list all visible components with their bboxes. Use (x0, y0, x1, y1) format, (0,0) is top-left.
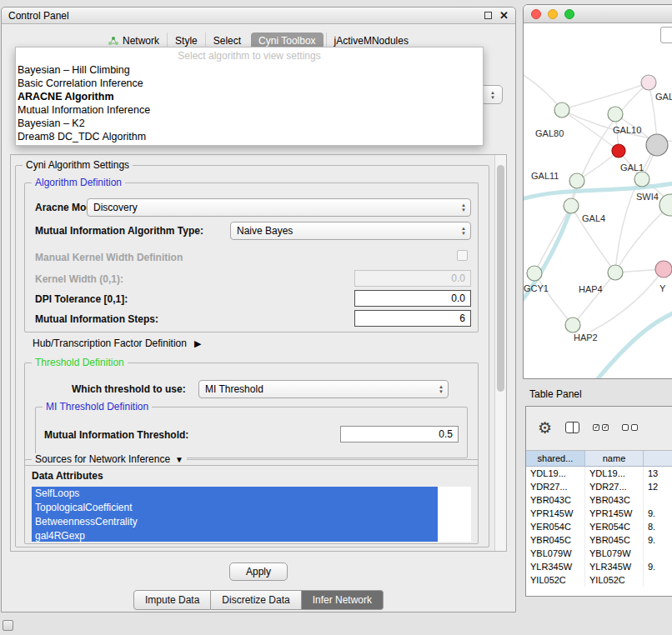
network-node[interactable] (608, 265, 623, 280)
tab-infer-network[interactable]: Infer Network (302, 590, 384, 610)
network-node[interactable] (569, 173, 584, 188)
network-edge (534, 273, 573, 325)
attribute-item[interactable]: SelfLoops (32, 487, 438, 501)
table-cell: YIL052C (585, 573, 644, 587)
table-panel-title: Table Panel (529, 388, 582, 400)
node-label: GAL80 (535, 128, 564, 138)
mac-minimize-button[interactable] (548, 9, 558, 19)
table-row[interactable]: YDR27...YDR27...12 (526, 480, 672, 493)
mi-type-combo[interactable]: Naive Bayes (230, 222, 471, 240)
network-overview-box[interactable] (660, 27, 672, 43)
gear-icon[interactable]: ⚙ (538, 420, 552, 436)
network-node[interactable] (641, 75, 656, 90)
attribute-item[interactable]: gal4RGexp (32, 529, 438, 542)
attribute-item[interactable]: BetweennessCentrality (32, 515, 438, 529)
algorithm-option[interactable]: Mutual Information Inference (16, 103, 483, 117)
table-row[interactable]: YBL079WYBL079W (526, 547, 672, 560)
sources-group-title[interactable]: Sources for Network Inference (32, 453, 187, 465)
table-cell: 13 (644, 467, 672, 480)
tab-discretize-data[interactable]: Discretize Data (211, 590, 301, 610)
kernel-width-field[interactable] (354, 270, 471, 287)
network-node[interactable] (554, 102, 569, 118)
columns-icon[interactable] (565, 422, 579, 433)
node-label: GAL1 (620, 162, 644, 172)
deselect-all-columns-icon[interactable] (622, 424, 638, 431)
which-threshold-combo[interactable]: MI Threshold (198, 380, 449, 398)
manual-kernel-checkbox[interactable] (457, 250, 468, 261)
node-label: Y (659, 283, 666, 293)
hub-definition-toggle[interactable]: Hub/Transcription Factor Definition (33, 338, 201, 349)
network-graph[interactable]: GALGAL80GAL10GAL11GAL1SWI4GAL4GCY1HAP4YH… (524, 23, 672, 379)
network-edge (573, 272, 615, 325)
table-cell: YBR045C (585, 533, 644, 547)
network-node[interactable] (634, 172, 649, 187)
window-title: Control Panel (8, 10, 69, 22)
aracne-mode-combo[interactable]: Discovery (87, 198, 471, 217)
network-node[interactable] (612, 144, 625, 158)
algorithm-option[interactable]: ARACNE Algorithm (16, 90, 483, 103)
column-header-name[interactable]: name (585, 451, 644, 466)
select-all-columns-icon[interactable] (593, 424, 609, 431)
scrollbar-thumb[interactable] (497, 165, 504, 392)
dpi-tolerance-label: DPI Tolerance [0,1]: (35, 293, 128, 305)
window-controls: ✕ (484, 10, 509, 21)
table-row[interactable]: YBR043CYBR043C (526, 493, 672, 507)
algorithm-option[interactable]: Dream8 DC_TDC Algorithm (16, 130, 483, 143)
table-cell: YLR345W (526, 560, 585, 573)
algorithm-combo-fragment[interactable] (483, 85, 503, 104)
network-node[interactable] (655, 261, 672, 278)
combo-arrows-icon (490, 90, 495, 100)
algorithm-option[interactable]: Bayesian – K2 (16, 117, 483, 130)
table-row[interactable]: YPR145WYPR145W9. (526, 507, 672, 520)
close-icon[interactable]: ✕ (499, 10, 509, 21)
table-header: shared... name (526, 450, 672, 467)
collapsed-panel-icon[interactable] (3, 620, 13, 631)
table-cell: YLR345W (585, 560, 644, 573)
algorithm-dropdown-popup: Select algorithm to view settings Bayesi… (15, 47, 484, 146)
dpi-tolerance-field[interactable] (354, 290, 471, 307)
node-label: HAP4 (579, 284, 603, 294)
mac-close-button[interactable] (531, 9, 541, 19)
apply-button[interactable]: Apply (229, 562, 288, 581)
table-cell: 9. (644, 533, 672, 547)
table-cell: YBL079W (526, 547, 585, 560)
mi-threshold-field[interactable] (340, 426, 459, 442)
table-row[interactable]: YBR045CYBR045C9. (526, 533, 672, 547)
mac-zoom-button[interactable] (564, 9, 574, 19)
network-window-titlebar (524, 5, 672, 23)
combo-arrows-icon (439, 384, 444, 394)
network-node[interactable] (564, 198, 579, 213)
column-header-extra[interactable] (644, 451, 672, 466)
network-node[interactable] (608, 107, 623, 122)
float-window-icon[interactable] (484, 12, 492, 19)
mi-type-label: Mutual Information Algorithm Type: (35, 225, 203, 237)
algorithm-option[interactable]: Basic Correlation Inference (16, 77, 483, 90)
tab-impute-data[interactable]: Impute Data (133, 590, 211, 610)
dropdown-hint: Select algorithm to view settings (16, 49, 483, 63)
control-panel-window: Control Panel ✕ Network Style Select Cyn… (1, 7, 516, 612)
network-node[interactable] (527, 266, 542, 281)
settings-scrollbar[interactable] (494, 155, 506, 551)
table-cell: YPR145W (526, 507, 585, 520)
network-node[interactable] (659, 194, 672, 216)
table-cell (644, 493, 672, 507)
table-cell (644, 547, 672, 560)
attribute-item[interactable]: TopologicalCoefficient (32, 501, 438, 515)
mi-type-value: Naive Bayes (237, 225, 293, 237)
which-threshold-value: MI Threshold (205, 383, 263, 395)
table-cell: YPR145W (585, 507, 644, 520)
network-node[interactable] (646, 134, 668, 156)
network-node[interactable] (565, 318, 580, 332)
table-toolbar: ⚙ (526, 407, 672, 448)
table-row[interactable]: YIL052CYIL052C (526, 573, 672, 587)
which-threshold-label: Which threshold to use: (72, 383, 186, 395)
mi-steps-field[interactable] (354, 310, 471, 327)
algorithm-option[interactable]: Bayesian – Hill Climbing (16, 63, 483, 77)
table-row[interactable]: YDL19...YDL19...13 (526, 467, 672, 480)
mi-steps-label: Mutual Information Steps: (35, 313, 158, 325)
tab-label: Network (123, 35, 159, 47)
table-panel-window: ⚙ shared... name YDL19...YDL19...13YDR27… (525, 406, 672, 597)
table-row[interactable]: YER054CYER054C8. (526, 520, 672, 533)
column-header-shared[interactable]: shared... (526, 451, 585, 466)
table-row[interactable]: YLR345WYLR345W9. (526, 560, 672, 573)
